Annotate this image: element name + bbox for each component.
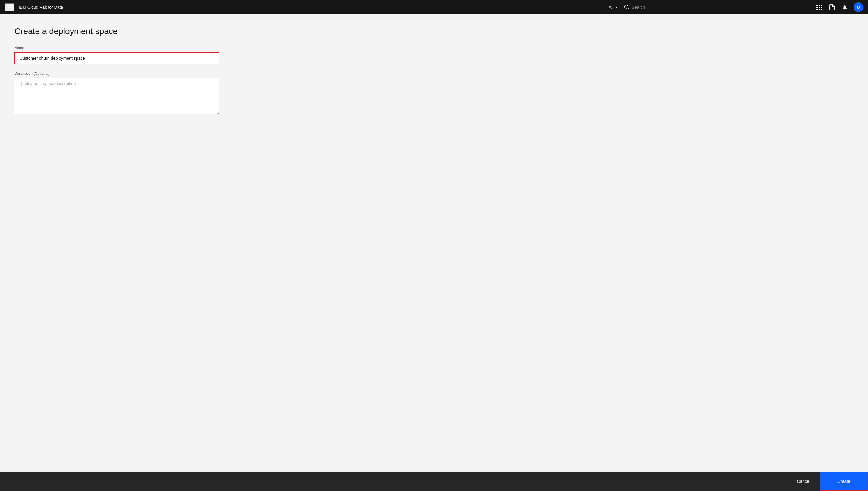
search-icon — [624, 5, 629, 10]
description-label: Description (Optional) — [14, 71, 219, 76]
chevron-down-icon: ▾ — [616, 6, 617, 9]
avatar[interactable]: U — [854, 2, 863, 12]
filter-value: All — [609, 5, 613, 10]
hamburger-menu-button[interactable] — [5, 3, 14, 11]
svg-rect-7 — [818, 9, 820, 10]
document-icon — [830, 4, 835, 10]
cancel-button[interactable]: Cancel — [787, 472, 820, 491]
svg-rect-5 — [821, 7, 822, 8]
main-content: Create a deployment space Name Descripti… — [0, 15, 868, 472]
notification-icon-button[interactable] — [841, 3, 849, 11]
top-navigation: IBM Cloud Pak for Data All ▾ — [0, 0, 868, 15]
search-bar — [624, 5, 805, 10]
filter-dropdown[interactable]: All ▾ — [606, 5, 620, 10]
name-input-wrapper — [14, 53, 219, 64]
search-input[interactable] — [632, 5, 805, 10]
name-field-group: Name — [14, 46, 219, 64]
apps-icon-button[interactable] — [815, 3, 824, 11]
form-section: Name Description (Optional) — [14, 46, 219, 115]
brand-name: IBM Cloud Pak for Data — [19, 5, 63, 10]
bottom-action-bar: Cancel Create — [0, 472, 868, 491]
svg-rect-3 — [816, 7, 818, 8]
svg-rect-6 — [816, 9, 818, 10]
name-label: Name — [14, 46, 219, 50]
description-textarea[interactable] — [14, 78, 219, 114]
svg-rect-1 — [818, 4, 820, 6]
description-field-group: Description (Optional) — [14, 71, 219, 115]
svg-rect-4 — [818, 7, 820, 8]
avatar-initials: U — [857, 5, 860, 10]
svg-rect-2 — [821, 4, 822, 6]
page-title: Create a deployment space — [14, 27, 854, 36]
notification-icon — [842, 4, 847, 10]
svg-rect-0 — [816, 4, 818, 6]
document-icon-button[interactable] — [828, 3, 836, 11]
create-button[interactable]: Create — [820, 472, 868, 491]
nav-actions: U — [815, 2, 863, 12]
apps-icon — [816, 4, 822, 10]
svg-rect-8 — [821, 9, 822, 10]
name-input[interactable] — [14, 53, 219, 64]
